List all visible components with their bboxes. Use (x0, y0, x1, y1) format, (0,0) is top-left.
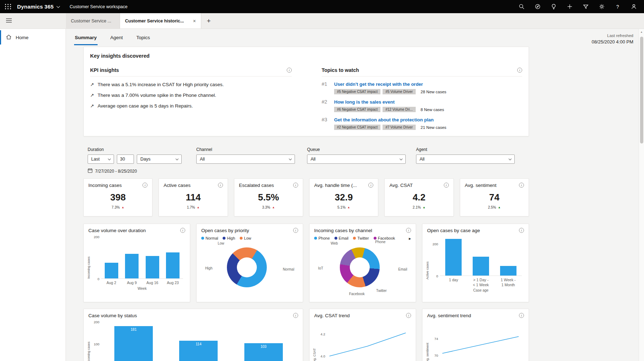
info-icon[interactable]: i (406, 228, 411, 233)
bar[interactable]: 181 (114, 326, 153, 361)
info-icon[interactable]: i (293, 183, 298, 188)
search-icon[interactable] (518, 4, 525, 10)
line-plot-area[interactable] (327, 322, 408, 361)
lightbulb-icon[interactable] (550, 4, 557, 10)
bar-plot-area[interactable] (101, 237, 183, 279)
info-icon[interactable]: i (444, 183, 449, 188)
legend-item[interactable]: Phone (314, 236, 330, 240)
topic-badge: #6 Negative CSAT impact (334, 107, 380, 112)
account-icon[interactable] (630, 4, 637, 10)
bar[interactable]: 114 (179, 341, 218, 361)
legend-item[interactable]: Normal (201, 236, 218, 240)
plus-icon[interactable] (566, 4, 573, 10)
filter-icon[interactable] (582, 4, 589, 10)
line-plot-area[interactable] (440, 322, 521, 361)
bar-value-label: 114 (196, 342, 202, 346)
info-icon[interactable]: i (293, 313, 298, 318)
scroll-up-icon[interactable]: ▲ (639, 29, 644, 33)
waffle-menu-icon[interactable] (5, 4, 11, 9)
queue-dropdown[interactable]: All (307, 155, 406, 164)
delta-up-icon: ▲ (422, 206, 425, 209)
vertical-scrollbar[interactable]: ▲ (639, 29, 644, 361)
delta-up-icon: ▲ (197, 206, 199, 209)
help-icon[interactable]: ? (614, 4, 621, 10)
avg-csat-trend-chart[interactable]: Avg. CSAT4.24.0 (314, 322, 411, 361)
topic-row: #2 How long is the sales event #6 Negati… (322, 99, 522, 112)
info-icon[interactable]: i (406, 313, 411, 318)
hamburger-menu-icon[interactable] (6, 18, 12, 24)
info-icon[interactable]: i (519, 313, 524, 318)
sidebar-item-label: Home (16, 35, 28, 40)
tab-summary[interactable]: Summary (74, 33, 98, 45)
close-tab-icon[interactable]: × (189, 18, 196, 24)
tab-label: Customer Service historic... (125, 19, 184, 23)
info-icon[interactable]: i (519, 228, 524, 233)
open-cases-by-priority-chart[interactable]: LowHighNormal (201, 241, 298, 294)
donut-callout-label: Facebook (349, 292, 365, 296)
open-cases-by-case-age-chart[interactable]: Active cases20001 day> 1 Day - < 1 Week1… (427, 237, 524, 292)
incoming-cases-by-channel-chart[interactable]: WebPhoneEmailTwitterFacebookIoT (314, 241, 411, 294)
duration-value-input[interactable] (117, 155, 134, 164)
topic-link[interactable]: How long is the sales event (334, 99, 395, 105)
duration-label: Duration (88, 147, 196, 152)
legend-more-icon[interactable]: ▶ (409, 237, 411, 240)
agent-dropdown[interactable]: All (416, 155, 515, 164)
bar-plot-area[interactable] (440, 237, 522, 276)
bar-plot-area[interactable]: 181114103 (101, 322, 296, 361)
legend-item[interactable]: Email (334, 236, 349, 240)
duration-unit-dropdown[interactable]: Days (137, 155, 182, 164)
info-icon[interactable]: i (368, 183, 373, 188)
chart-card-open-cases-by-case-age: Open cases by case agei Active cases2000… (422, 224, 529, 302)
topic-link[interactable]: Get the information about the protection… (334, 117, 434, 122)
compass-icon[interactable] (534, 4, 541, 10)
legend-item[interactable]: Low (240, 236, 251, 240)
kpi-title: Incoming cases (88, 183, 122, 188)
info-icon[interactable]: i (293, 228, 298, 233)
donut-chart[interactable] (340, 247, 380, 287)
info-icon[interactable]: i (287, 68, 292, 73)
topic-link[interactable]: User didn't get the receipt with the ord… (334, 82, 423, 87)
bar[interactable] (166, 252, 180, 278)
settings-gear-icon[interactable] (598, 4, 605, 10)
scrollbar-thumb[interactable] (640, 37, 643, 143)
bar[interactable] (445, 239, 462, 276)
bar[interactable] (105, 263, 118, 278)
app-brand[interactable]: Dynamics 365 (17, 4, 53, 10)
kpi-title: Active cases (163, 183, 191, 188)
info-icon[interactable]: i (218, 183, 223, 188)
case-volume-by-status-chart[interactable]: Incoming cases200100181114103 (88, 322, 298, 361)
bar[interactable]: 103 (244, 343, 283, 361)
tab-topics[interactable]: Topics (136, 33, 151, 45)
info-icon[interactable]: i (180, 228, 185, 233)
chevron-down-icon (400, 157, 402, 160)
info-icon[interactable]: i (519, 183, 524, 188)
charts-row-1: Case volume over durationi Incoming case… (83, 224, 529, 302)
duration-mode-dropdown[interactable]: Last (88, 155, 114, 164)
tab-customer-service[interactable]: Customer Service ... (66, 13, 120, 28)
chevron-down-icon[interactable] (57, 4, 60, 8)
tab-customer-service-historical[interactable]: Customer Service historic... × (120, 13, 201, 28)
kpi-insight-text: There was a 7.00% volume spike in the Ph… (98, 93, 216, 98)
kpi-title: Avg. handle time (... (314, 183, 357, 188)
kpi-delta: 3.3% (262, 205, 270, 209)
info-icon[interactable]: i (517, 68, 522, 73)
sidebar-item-home[interactable]: Home (0, 30, 66, 45)
bar[interactable] (500, 266, 516, 276)
tab-agent[interactable]: Agent (110, 33, 124, 45)
y-axis-ticks: 7470 (431, 322, 440, 361)
avg-sentiment-trend-chart[interactable]: Avg. sentiment7470 (427, 322, 524, 361)
kpi-delta: 5.1% (337, 205, 346, 209)
legend-label: Low (244, 236, 251, 240)
bar[interactable] (146, 256, 159, 278)
new-tab-button[interactable]: + (201, 13, 216, 28)
case-volume-over-duration-chart[interactable]: Incoming cases2000Aug 2Aug 9Aug 16Aug 23… (88, 237, 185, 291)
kpi-value: 398 (88, 192, 147, 203)
bar[interactable] (473, 257, 489, 276)
legend-item[interactable]: Twitter (353, 236, 369, 240)
info-icon[interactable]: i (142, 183, 147, 188)
channel-dropdown[interactable]: All (196, 155, 295, 164)
topic-badge: #7 Volume Driver (383, 125, 416, 130)
bar[interactable] (125, 254, 139, 278)
donut-chart[interactable] (227, 247, 267, 287)
legend-item[interactable]: High (223, 236, 235, 240)
